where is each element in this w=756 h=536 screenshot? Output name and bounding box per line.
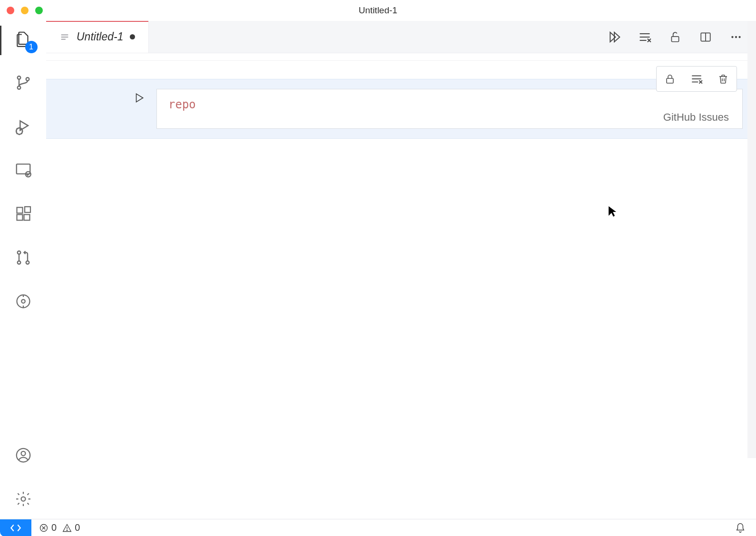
activity-accounts[interactable] [13,445,34,466]
ellipsis-icon [730,31,742,43]
cell-code[interactable]: repo [157,89,742,128]
svg-point-29 [731,36,733,38]
svg-point-12 [26,261,29,264]
error-icon [39,523,48,533]
remote-icon [10,523,22,533]
activity-source-control[interactable] [13,72,34,93]
status-bar: 0 0 [0,519,756,536]
run-cell-button[interactable] [133,92,145,129]
activity-extensions[interactable] [13,203,34,224]
window-title: Untitled-1 [359,5,397,16]
activity-remote-explorer[interactable] [13,160,34,181]
svg-point-11 [17,261,20,264]
svg-point-30 [735,36,737,38]
bell-icon [735,523,746,533]
explorer-badge: 1 [25,41,38,53]
scrollbar[interactable] [747,21,756,458]
svg-point-16 [21,451,25,456]
tab-label: Untitled-1 [77,30,123,43]
cell-body[interactable]: repo GitHub Issues [156,89,743,129]
svg-point-17 [21,497,25,501]
gitlens-icon [15,293,32,310]
pull-request-icon [15,249,32,266]
svg-rect-26 [671,36,678,41]
editor-area: Untitled-1 [46,21,756,519]
svg-point-2 [26,77,29,81]
svg-point-0 [17,76,20,79]
minimize-window-button[interactable] [21,7,29,14]
activity-manage[interactable] [13,488,34,509]
status-problems[interactable]: 0 0 [35,522,84,533]
svg-point-1 [17,86,20,89]
svg-point-14 [21,299,25,303]
file-icon [59,32,70,42]
error-count: 0 [51,522,57,533]
cell-toolbar [656,66,737,92]
tab-active-indicator [46,21,148,22]
split-editor-button[interactable] [697,29,714,46]
editor-actions [606,21,756,53]
clear-icon [690,73,703,85]
window-controls [7,7,43,14]
activity-gitlens[interactable] [13,291,34,312]
activity-bar: 1 [0,21,46,519]
svg-rect-6 [17,208,22,213]
svg-point-44 [67,530,67,530]
warning-icon [62,523,72,533]
unlock-icon [669,31,681,43]
cell-clear-button[interactable] [683,67,710,91]
run-all-button[interactable] [606,29,623,46]
svg-point-31 [738,36,740,38]
clear-outputs-button[interactable] [636,29,653,46]
activity-github-pr[interactable] [13,247,34,268]
remote-explorer-icon [14,161,32,179]
dirty-indicator-icon[interactable] [130,34,135,39]
activity-run-debug[interactable] [13,116,34,137]
more-actions-button[interactable] [727,29,745,46]
extensions-icon [15,205,32,222]
notebook-cell[interactable]: repo GitHub Issues [46,79,756,139]
lock-icon [664,73,676,85]
status-notifications[interactable] [731,523,749,533]
tab-bar: Untitled-1 [46,21,756,53]
play-icon [133,92,145,104]
svg-rect-9 [25,207,30,212]
cell-delete-button[interactable] [710,67,737,91]
trash-icon [717,73,729,85]
run-all-icon [607,30,621,44]
svg-point-10 [17,251,20,254]
close-window-button[interactable] [7,7,14,14]
gear-icon [15,490,32,507]
svg-rect-8 [24,215,29,220]
editor-tab[interactable]: Untitled-1 [46,21,149,53]
svg-rect-4 [16,164,30,174]
cell-gutter [59,89,145,129]
breadcrumb-strip [46,53,756,61]
branch-icon [15,74,32,91]
active-indicator [0,26,1,55]
svg-rect-32 [667,78,673,83]
unlock-button[interactable] [667,29,684,46]
debug-icon [14,117,33,136]
svg-rect-7 [17,215,22,220]
account-icon [15,447,32,464]
clear-all-icon [638,30,651,44]
split-icon [699,31,712,43]
cell-lock-button[interactable] [657,67,683,91]
maximize-window-button[interactable] [35,7,43,14]
title-bar: Untitled-1 [0,0,756,21]
cell-language-label[interactable]: GitHub Issues [663,111,729,124]
warning-count: 0 [75,522,80,533]
remote-indicator-button[interactable] [0,519,31,536]
activity-explorer[interactable]: 1 [13,29,34,49]
notebook-editor[interactable]: repo GitHub Issues [46,61,756,519]
